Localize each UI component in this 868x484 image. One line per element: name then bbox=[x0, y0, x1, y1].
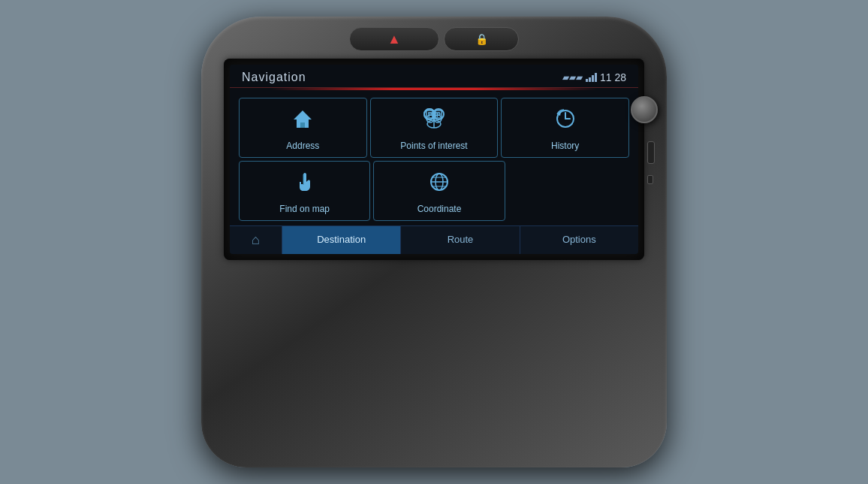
address-button[interactable]: Address bbox=[239, 98, 367, 158]
tab-route-label: Route bbox=[448, 234, 474, 245]
empty-slot bbox=[508, 161, 629, 221]
battery-icon: ▰▰▰ bbox=[562, 72, 583, 83]
coordinate-button[interactable]: Coordinate bbox=[373, 161, 505, 221]
tab-route[interactable]: Route bbox=[401, 226, 520, 254]
time-display: 11 28 bbox=[600, 71, 626, 83]
grid-row-1: Address P P bbox=[239, 98, 629, 158]
address-label: Address bbox=[286, 141, 319, 151]
tab-home-button[interactable]: ⌂ bbox=[230, 226, 282, 254]
home-icon bbox=[291, 107, 315, 136]
nav-grid: Address P P bbox=[230, 93, 638, 225]
svg-text:P: P bbox=[428, 112, 432, 117]
history-button[interactable]: History bbox=[501, 98, 629, 158]
grid-row-2: Find on map C bbox=[239, 161, 629, 221]
tab-bar: ⌂ Destination Route Options bbox=[230, 225, 638, 254]
status-bar: Navigation ▰▰▰ 11 28 bbox=[230, 65, 638, 88]
usb-port bbox=[647, 141, 655, 164]
find-on-map-button[interactable]: Find on map bbox=[239, 161, 370, 221]
globe-icon bbox=[427, 170, 451, 199]
hazard-icon: ▲ bbox=[387, 32, 401, 47]
screen-container: Navigation ▰▰▰ 11 28 bbox=[224, 59, 644, 260]
tab-options-label: Options bbox=[562, 234, 596, 245]
home-tab-icon: ⌂ bbox=[252, 232, 260, 248]
coordinate-label: Coordinate bbox=[417, 204, 462, 214]
poi-label: Points of interest bbox=[400, 141, 467, 151]
device-frame: ▲ 🔒 Navigation ▰▰▰ 11 28 bbox=[201, 17, 667, 467]
hazard-button[interactable]: ▲ bbox=[349, 27, 439, 51]
history-icon bbox=[553, 107, 577, 136]
signal-icon bbox=[586, 73, 597, 82]
screen-title: Navigation bbox=[242, 71, 306, 84]
tab-destination[interactable]: Destination bbox=[282, 226, 401, 254]
accent-line bbox=[230, 88, 638, 90]
lock-button[interactable]: 🔒 bbox=[444, 27, 519, 51]
poi-icon: P P P bbox=[422, 107, 446, 136]
lock-icon: 🔒 bbox=[475, 33, 488, 45]
svg-rect-0 bbox=[300, 123, 305, 128]
aux-port bbox=[647, 175, 653, 184]
history-label: History bbox=[551, 141, 579, 151]
svg-text:P: P bbox=[437, 112, 441, 117]
cursor-icon bbox=[293, 170, 317, 199]
poi-button[interactable]: P P P bbox=[370, 98, 499, 158]
status-icons: ▰▰▰ 11 28 bbox=[562, 71, 626, 83]
screen: Navigation ▰▰▰ 11 28 bbox=[230, 65, 638, 254]
tab-destination-label: Destination bbox=[317, 234, 366, 245]
device-top-bar: ▲ 🔒 bbox=[216, 24, 652, 54]
find-on-map-label: Find on map bbox=[279, 204, 330, 214]
tab-options[interactable]: Options bbox=[520, 226, 638, 254]
volume-knob[interactable] bbox=[631, 96, 658, 123]
